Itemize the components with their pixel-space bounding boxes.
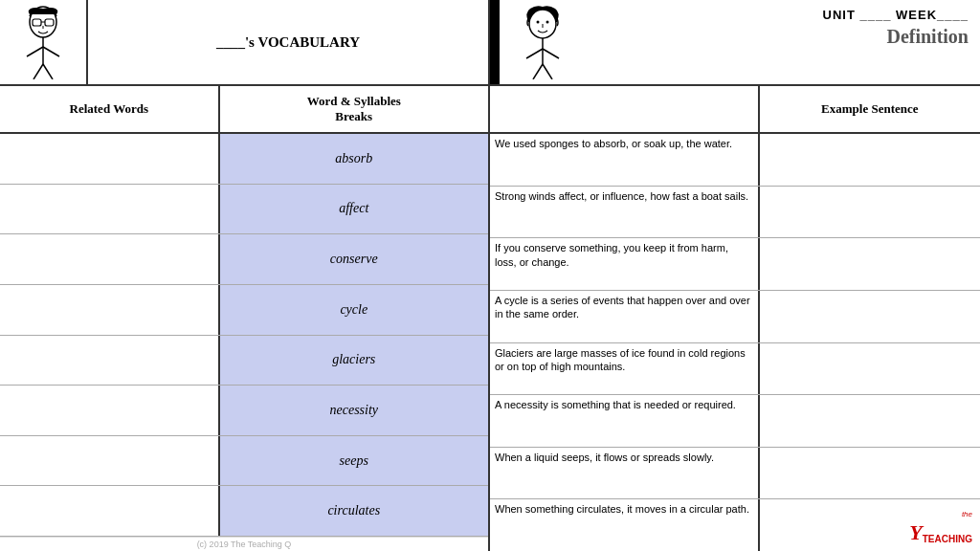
left-avatar [0,0,86,84]
def-row: When something circulates, it moves in a… [490,499,980,551]
def-row: A cycle is a series of events that happe… [490,291,980,343]
svg-line-19 [533,64,543,79]
related-cell [0,134,220,184]
vocab-row: necessity [0,386,488,436]
def-row: When a liquid seeps, it flows or spreads… [490,448,980,500]
word-cell: affect [220,185,489,234]
vocab-row: absorb [0,134,488,185]
copyright-label: (c) 2019 The Teaching Q [0,537,488,551]
col-word-syllables-header: Word & Syllables Breaks [220,86,489,132]
col-related-words-header: Related Words [0,86,220,132]
vocab-row: circulates [0,486,488,537]
svg-line-9 [33,64,43,79]
word-cell: cycle [220,285,489,335]
right-black-edge [490,0,500,84]
related-cell [0,436,220,486]
vocab-row: affect [0,185,488,235]
example-header: Example Sentence [760,86,980,132]
word-cell: necessity [220,386,489,435]
definition-cell: A cycle is a series of events that happe… [490,291,760,342]
definition-cell: We used sponges to absorb, or soak up, t… [490,134,760,186]
def-row: If you conserve something, you keep it f… [490,238,980,291]
vocab-title: ____'s VOCABULARY [216,34,360,51]
definition-cell: When something circulates, it moves in a… [490,499,760,551]
related-cell [0,486,220,536]
svg-line-10 [43,64,53,79]
right-panel: UNIT ____ WEEK____ Definition Example Se… [490,0,980,551]
svg-line-8 [43,47,59,56]
right-avatar [500,0,586,84]
example-cell [760,238,980,290]
example-cell [760,343,980,395]
definition-cell: A necessity is something that is needed … [490,395,760,447]
related-cell [0,185,220,234]
left-avatar-icon [10,5,77,79]
example-cell [760,291,980,342]
related-cell [0,234,220,284]
word-cell: circulates [220,486,489,536]
vocab-row: seeps [0,436,488,487]
definition-header [490,86,760,132]
word-cell: seeps [220,436,489,486]
example-cell [760,134,980,186]
left-body: absorbaffectconservecycleglaciersnecessi… [0,134,488,551]
definition-cell: When a liquid seeps, it flows or spreads… [490,448,760,499]
example-cell [760,448,980,499]
svg-point-12 [537,21,540,24]
svg-line-20 [543,64,552,79]
def-row: We used sponges to absorb, or soak up, t… [490,134,980,187]
word-cell: absorb [220,134,489,184]
vocab-row: glaciers [0,336,488,386]
svg-line-18 [543,49,559,58]
word-cell: glaciers [220,336,489,386]
teaching-logo: theYTEACHING [909,506,972,545]
vocab-row: cycle [0,285,488,336]
definition-cell: Glaciers are large masses of ice found i… [490,343,760,395]
related-cell [0,386,220,435]
left-panel: ____'s VOCABULARY Related Words Word & S… [0,0,490,551]
right-body: We used sponges to absorb, or soak up, t… [490,134,980,551]
svg-line-17 [526,49,543,58]
left-col-headers: Related Words Word & Syllables Breaks [0,86,488,134]
word-cell: conserve [220,234,489,284]
definition-col-label: Definition [886,26,969,48]
unit-week-label: UNIT ____ WEEK____ [823,8,969,22]
example-cell [760,187,980,238]
example-cell [760,395,980,447]
def-row: Glaciers are large masses of ice found i… [490,343,980,396]
word-syllables-label: Word & Syllables Breaks [307,94,401,124]
related-cell [0,285,220,335]
page: ____'s VOCABULARY Related Words Word & S… [0,0,980,551]
svg-point-13 [546,21,549,24]
svg-line-7 [27,47,43,56]
right-avatar-icon [509,5,576,79]
def-row: A necessity is something that is needed … [490,395,980,448]
definition-cell: Strong winds affect, or influence, how f… [490,187,760,238]
definition-cell: If you conserve something, you keep it f… [490,238,760,290]
related-cell [0,336,220,386]
vocab-row: conserve [0,234,488,285]
right-col-headers: Example Sentence [490,86,980,134]
def-row: Strong winds affect, or influence, how f… [490,187,980,239]
